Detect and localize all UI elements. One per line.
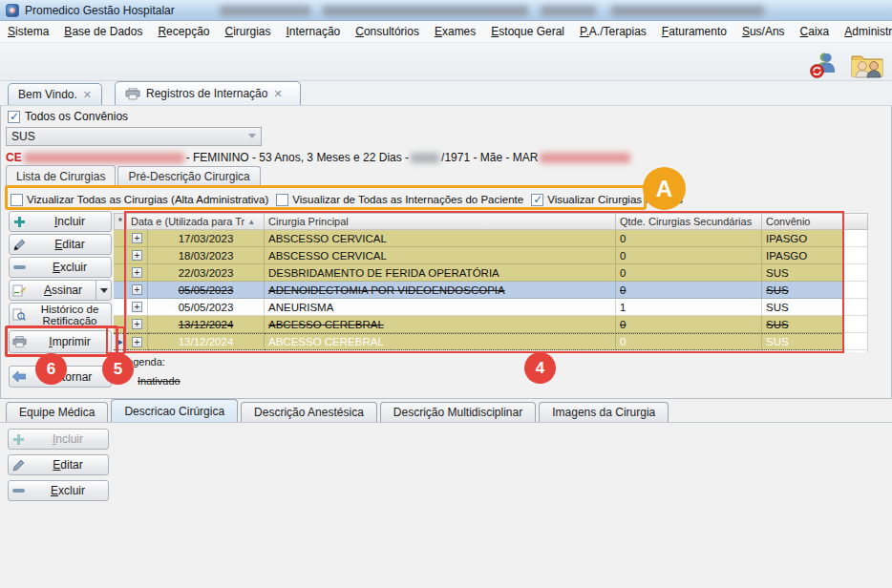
excluir-button[interactable]: Excluir [9,257,112,278]
menu-estoque-geral[interactable]: Estoque Geral [483,22,572,41]
add-icon [9,433,28,446]
detail-editar-button[interactable]: Editar [8,454,109,475]
table-row[interactable]: + 17/03/2023 ABSCESSO CERVICAL 0 IPASGO [114,230,843,247]
column-header-qtde[interactable]: Qtde. Cirurgias Secundárias [616,213,762,230]
tab-lista-de-cirurgias[interactable]: Lista de Cirurgias [6,165,116,186]
pencil-icon [9,459,28,472]
row-expand-button[interactable]: + [127,316,148,333]
view-option-checkbox-2[interactable] [531,194,543,206]
patient-info-bar: CE - FEMININO - 53 Anos, 3 Meses e 22 Di… [6,150,884,165]
cell-convenio: SUS [762,316,843,333]
add-icon [10,216,29,228]
patient-demographics: - FEMININO - 53 Anos, 3 Meses e 22 Dias … [186,151,409,164]
menu-administra-o[interactable]: Administração [837,22,892,41]
historico-retificacao-button[interactable]: Histórico de Retificação [9,303,112,327]
row-indicator-cell [114,299,127,316]
menu-recep-o[interactable]: Recepção [150,22,217,41]
all-convenios-checkbox[interactable] [8,111,20,123]
tab-pre-descricao-label: Pré-Descrição Cirurgica [128,170,249,183]
description-tab-bar: Equipe MédicaDescricao CirúrgicaDescriçã… [0,399,892,422]
tab-close-icon[interactable]: ✕ [83,89,92,101]
imprimir-button[interactable]: Imprimir [9,330,112,353]
view-option-checkbox-0[interactable] [11,194,23,206]
table-row[interactable]: ▶ + 13/12/2024 ABCESSO CEREBRAL 0 SUS [114,333,843,350]
patient-year-mother: /1971 - Mãe - MAR [441,151,538,164]
menu-interna-o[interactable]: Internação [279,22,349,41]
redacted-birth-date [411,153,439,163]
menu-p-a-terapias[interactable]: P.A./Terapias [572,22,654,41]
patient-code: CE [6,151,22,164]
window-title: Promedico Gestão Hospitalar [25,4,175,17]
table-row[interactable]: + 22/03/2023 DESBRIDAMENTO DE FERIDA OPE… [114,264,843,282]
assinar-button[interactable]: Assinar [9,280,112,301]
detail-excluir-button[interactable]: Excluir [8,480,109,501]
tab-descricao-cir-rgica[interactable]: Descricao Cirúrgica [111,399,238,422]
tab-imagens-da-cirurgia[interactable]: Imagens da Cirurgia [539,402,669,422]
tab-equipe-m-dica[interactable]: Equipe Médica [6,402,108,422]
all-convenios-label: Todos os Convênios [25,110,128,123]
row-expand-button[interactable]: + [127,282,148,299]
customize-grid-icon[interactable]: * [114,213,127,230]
menu-bar: SistemaBase de DadosRecepçãoCirurgiasInt… [0,21,892,43]
tab-registros-internacao[interactable]: Registros de Internação ✕ [115,81,301,105]
assinar-dropdown-arrow[interactable] [96,281,111,300]
table-row[interactable]: + 05/05/2023 ANEURISMA 1 SUS [114,299,843,316]
view-option-0[interactable]: Vizualizar Todas as Cirurgias (Alta Admi… [11,194,268,206]
row-expand-button[interactable]: + [127,299,148,316]
detail-incluir-button[interactable]: Incluir [8,429,109,450]
row-expand-button[interactable]: + [127,264,148,282]
view-option-checkbox-1[interactable] [276,194,288,206]
column-header-cirurgia[interactable]: Cirurgia Principal [265,213,616,230]
legend-inactive-label: Inativado [138,375,181,387]
patients-folder-icon[interactable] [848,49,886,81]
table-row[interactable]: + 13/12/2024 ABCESSO CEREBRAL 0 SUS [114,316,843,333]
menu-exames[interactable]: Exames [427,22,483,41]
switch-user-icon[interactable] [808,51,840,79]
all-convenios-checkbox-row[interactable]: Todos os Convênios [8,110,128,123]
table-row[interactable]: + 05/05/2023 ADENOIDECTOMIA POR VIDEOEND… [114,282,843,299]
tab-bem-vindo[interactable]: Bem Vindo. ✕ [8,83,102,105]
tab-descri-o-multidisciplinar[interactable]: Descrição Multidisciplinar [380,402,536,422]
tab-pre-descricao-cirurgica[interactable]: Pré-Descrição Cirurgica [117,166,260,186]
menu-sistema[interactable]: Sistema [0,22,56,41]
cell-convenio: IPASGO [762,230,843,247]
back-arrow-icon [10,371,29,382]
cell-convenio: SUS [762,299,843,316]
view-option-1[interactable]: Visualizar de Todas as Internações do Pa… [276,194,523,206]
table-body: + 17/03/2023 ABSCESSO CERVICAL 0 IPASGO … [114,230,843,350]
cell-qtde-secundarias: 0 [616,282,762,299]
view-option-label-0: Vizualizar Todas as Cirurgias (Alta Admi… [27,194,268,205]
menu-caixa[interactable]: Caixa [793,22,838,41]
convenio-select[interactable]: SUS [6,127,262,146]
row-expand-button[interactable]: + [127,230,148,247]
table-empty-header [843,213,868,230]
column-header-date[interactable]: Data e (Utilizada para Tr ▲ [127,213,265,230]
cell-qtde-secundarias: 0 [616,316,762,333]
cell-cirurgia-principal: ANEURISMA [265,299,616,316]
view-option-label-1: Visualizar de Todas as Internações do Pa… [292,194,523,205]
incluir-button[interactable]: Incluir [9,211,112,232]
row-expand-button[interactable]: + [127,247,148,264]
cell-qtde-secundarias: 0 [616,247,762,264]
tab-close-icon[interactable]: ✕ [273,88,282,100]
editar-button[interactable]: Editar [9,234,112,255]
column-header-convenio[interactable]: Convênio [762,213,843,230]
row-expand-button[interactable]: + [127,333,148,350]
menu-faturamento[interactable]: Faturamento [654,22,734,41]
menu-sus-ans[interactable]: Sus/Ans [734,22,793,41]
document-tab-bar: Bem Vindo. ✕ Registros de Internação ✕ [0,81,892,105]
row-indicator-cell [114,282,127,299]
internment-records-panel: Todos os Convênios SUS CE - FEMININO - 5… [0,105,892,399]
minus-icon [10,264,29,270]
redacted-mother-name [540,153,630,163]
pencil-icon [10,239,29,251]
cell-qtde-secundarias: 1 [616,299,762,316]
menu-consult-rios[interactable]: Consultórios [348,22,427,41]
cell-convenio: SUS [762,264,843,282]
title-bar: Promedico Gestão Hospitalar [0,0,892,21]
table-row[interactable]: + 18/03/2023 ABSCESSO CERVICAL 0 IPASGO [114,247,843,264]
menu-cirurgias[interactable]: Cirurgias [217,22,278,41]
cell-cirurgia-principal: ABCESSO CEREBRAL [265,333,616,350]
menu-base-de-dados[interactable]: Base de Dados [56,22,150,41]
tab-descri-o-anest-sica[interactable]: Descrição Anestésica [241,402,377,422]
